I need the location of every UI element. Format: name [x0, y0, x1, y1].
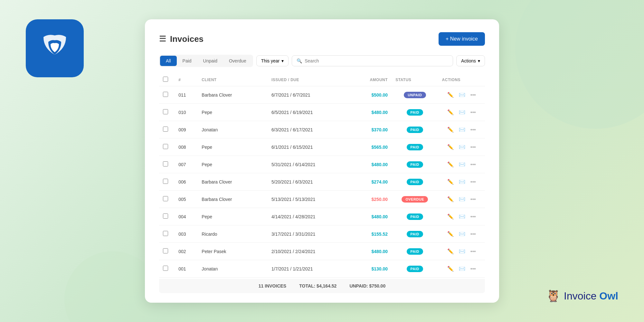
row-checkbox-3[interactable] [163, 144, 168, 149]
table-row: 009 Jonatan 6/3/2021 / 6/17/2021 $370.00… [159, 121, 485, 138]
invoice-num: 004 [175, 208, 198, 225]
email-icon[interactable]: ✉️ [458, 177, 467, 186]
tab-all[interactable]: All [160, 56, 177, 66]
email-icon[interactable]: ✉️ [458, 108, 467, 117]
client-name: Pepe [198, 156, 268, 173]
row-checkbox-4[interactable] [163, 161, 168, 166]
row-checkbox-5[interactable] [163, 179, 168, 184]
more-icon[interactable]: ••• [469, 265, 477, 273]
col-header-date: ISSUED / DUE [268, 73, 345, 86]
invoice-amount: $500.00 [372, 92, 388, 98]
row-actions: ✏️ ✉️ ••• [442, 160, 481, 169]
chevron-down-icon: ▾ [281, 58, 284, 63]
more-icon[interactable]: ••• [469, 230, 477, 238]
edit-icon[interactable]: ✏️ [446, 247, 455, 256]
more-icon[interactable]: ••• [469, 126, 477, 134]
client-name: Jonatan [198, 121, 268, 138]
table-row: 002 Peter Pasek 2/10/2021 / 2/24/2021 $4… [159, 243, 485, 260]
invoice-dates: 2/10/2021 / 2/24/2021 [268, 243, 345, 260]
row-checkbox-9[interactable] [163, 248, 168, 253]
row-checkbox-7[interactable] [163, 213, 168, 219]
more-icon[interactable]: ••• [469, 160, 477, 169]
invoice-amount: $155.52 [372, 232, 388, 237]
row-actions: ✏️ ✉️ ••• [442, 212, 481, 221]
invoice-owl-brand: 🦉 Invoice Owl [546, 289, 618, 303]
row-checkbox-0[interactable] [163, 92, 168, 97]
edit-icon[interactable]: ✏️ [446, 177, 455, 186]
search-input[interactable] [305, 58, 448, 63]
invoice-count: 11 INVOICES [259, 283, 286, 289]
new-invoice-button[interactable]: + New invoice [439, 32, 485, 46]
status-badge: PAID [407, 109, 423, 116]
edit-icon[interactable]: ✏️ [446, 143, 455, 151]
edit-icon[interactable]: ✏️ [446, 90, 455, 99]
edit-icon[interactable]: ✏️ [446, 160, 455, 169]
invoice-dates: 5/20/2021 / 6/3/2021 [268, 173, 345, 191]
invoice-dates: 6/1/2021 / 6/15/2021 [268, 138, 345, 156]
email-icon[interactable]: ✉️ [458, 125, 467, 134]
edit-icon[interactable]: ✏️ [446, 108, 455, 117]
email-icon[interactable]: ✉️ [458, 90, 467, 99]
row-checkbox-1[interactable] [163, 109, 168, 114]
tab-paid[interactable]: Paid [177, 56, 197, 66]
row-checkbox-10[interactable] [163, 266, 168, 271]
invoice-amount: $250.00 [372, 197, 388, 202]
tab-unpaid[interactable]: Unpaid [197, 56, 223, 66]
email-icon[interactable]: ✉️ [458, 160, 467, 169]
more-icon[interactable]: ••• [469, 143, 477, 151]
col-header-actions: ACTIONS [438, 73, 485, 86]
invoice-amount: $480.00 [372, 162, 388, 167]
more-icon[interactable]: ••• [469, 195, 477, 204]
edit-icon[interactable]: ✏️ [446, 264, 455, 273]
table-row: 006 Barbara Clover 5/20/2021 / 6/3/2021 … [159, 173, 485, 191]
table-row: 008 Pepe 6/1/2021 / 6/15/2021 $565.00 PA… [159, 138, 485, 156]
page-title-text: Invoices [170, 34, 204, 44]
more-icon[interactable]: ••• [469, 178, 477, 186]
edit-icon[interactable]: ✏️ [446, 230, 455, 238]
more-icon[interactable]: ••• [469, 108, 477, 117]
table-row: 010 Pepe 6/5/2021 / 6/19/2021 $480.00 PA… [159, 104, 485, 121]
row-checkbox-8[interactable] [163, 231, 168, 236]
select-all-checkbox[interactable] [163, 77, 168, 82]
email-icon[interactable]: ✉️ [458, 247, 467, 256]
more-icon[interactable]: ••• [469, 213, 477, 221]
invoice-num: 011 [175, 86, 198, 104]
table-row: 011 Barbara Clover 6/7/2021 / 6/7/2021 $… [159, 86, 485, 104]
email-icon[interactable]: ✉️ [458, 264, 467, 273]
row-actions: ✏️ ✉️ ••• [442, 247, 481, 256]
status-badge: UNPAID [404, 92, 426, 98]
status-badge: PAID [407, 144, 423, 150]
invoice-num: 005 [175, 191, 198, 208]
row-checkbox-6[interactable] [163, 196, 168, 201]
email-icon[interactable]: ✉️ [458, 195, 467, 204]
invoice-num: 007 [175, 156, 198, 173]
invoice-num: 010 [175, 104, 198, 121]
col-header-status: STATUS [392, 73, 438, 86]
client-name: Peter Pasek [198, 243, 268, 260]
year-filter-button[interactable]: This year ▾ [256, 55, 289, 66]
email-icon[interactable]: ✉️ [458, 212, 467, 221]
edit-icon[interactable]: ✏️ [446, 125, 455, 134]
table-footer: 11 INVOICES TOTAL: $4,164.52 UNPAID: $75… [159, 279, 485, 293]
invoice-num: 001 [175, 260, 198, 278]
row-checkbox-2[interactable] [163, 127, 168, 132]
filter-tabs: All Paid Unpaid Overdue [159, 55, 253, 67]
table-row: 005 Barbara Clover 5/13/2021 / 5/13/2021… [159, 191, 485, 208]
more-icon[interactable]: ••• [469, 91, 477, 99]
status-badge: PAID [407, 127, 423, 133]
invoice-dates: 5/31/2021 / 6/14/2021 [268, 156, 345, 173]
actions-dropdown-button[interactable]: Actions ▾ [456, 55, 485, 66]
table-row: 003 Ricardo 3/17/2021 / 3/31/2021 $155.5… [159, 225, 485, 243]
status-badge: PAID [407, 266, 423, 272]
invoice-dates: 6/7/2021 / 6/7/2021 [268, 86, 345, 104]
edit-icon[interactable]: ✏️ [446, 212, 455, 221]
tab-overdue[interactable]: Overdue [223, 56, 252, 66]
status-badge: PAID [407, 213, 423, 220]
invoice-num: 009 [175, 121, 198, 138]
actions-chevron-icon: ▾ [478, 58, 480, 63]
email-icon[interactable]: ✉️ [458, 230, 467, 238]
invoice-amount: $565.00 [372, 145, 388, 150]
email-icon[interactable]: ✉️ [458, 143, 467, 151]
more-icon[interactable]: ••• [469, 247, 477, 256]
edit-icon[interactable]: ✏️ [446, 195, 455, 204]
